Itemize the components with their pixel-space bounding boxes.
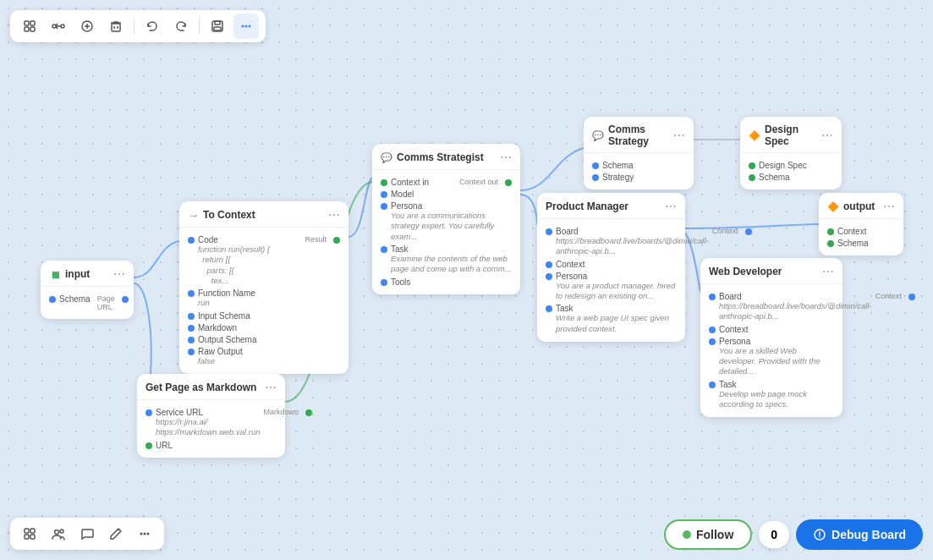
port-markdown: Markdown xyxy=(188,323,340,332)
input-node-header: ▦ input ⋯ xyxy=(41,261,134,287)
port-ds-design: Design Spec xyxy=(749,161,833,170)
port-pm-context: Context xyxy=(546,260,677,269)
comms-strategy-menu[interactable]: ⋯ xyxy=(673,129,685,142)
port-wd-board: Board https://breadboard.live/boards/@di… xyxy=(709,292,834,322)
comms-strategy-icon: 💬 xyxy=(592,130,604,141)
port-wd-persona: Persona You are a skilled Web developer.… xyxy=(709,337,834,377)
svg-rect-3 xyxy=(30,27,35,31)
bottom-right-controls: Follow 0 Debug Board xyxy=(664,519,923,550)
chat-button[interactable] xyxy=(74,521,100,546)
svg-rect-25 xyxy=(30,535,35,539)
bottom-toolbar xyxy=(10,518,164,550)
output-icon: 🔶 xyxy=(827,201,839,212)
svg-point-28 xyxy=(140,533,143,535)
web-developer-menu[interactable]: ⋯ xyxy=(822,265,834,278)
port-dot-schema xyxy=(49,296,56,303)
undo-button[interactable] xyxy=(140,14,165,39)
web-developer-header: Web Developer ⋯ xyxy=(700,258,842,284)
grid-button[interactable] xyxy=(17,521,42,546)
to-context-node[interactable]: → To Context ⋯ Code function run(result)… xyxy=(179,201,349,374)
to-context-body: Code function run(result) { return [{ pa… xyxy=(179,228,349,374)
output-node[interactable]: 🔶 output ⋯ Context Schema xyxy=(819,193,903,255)
canvas[interactable]: ▦ input ⋯ Schema Page URL → T xyxy=(0,0,933,560)
output-body: Context Schema xyxy=(819,219,903,255)
count-button[interactable]: 0 xyxy=(759,521,789,548)
add-tool-button[interactable] xyxy=(74,14,100,39)
output-title: 🔶 output xyxy=(827,200,875,212)
delete-tool-button[interactable] xyxy=(103,14,129,39)
to-context-title: → To Context xyxy=(188,209,255,222)
port-url: URL xyxy=(145,441,277,450)
toolbar-divider-2 xyxy=(199,18,200,35)
design-spec-menu[interactable]: ⋯ xyxy=(821,129,833,142)
design-spec-node[interactable]: 🔶 Design Spec ⋯ Design Spec Schema xyxy=(740,117,842,189)
comms-strategist-menu[interactable]: ⋯ xyxy=(500,151,512,164)
comms-strategist-node[interactable]: 💬 Comms Strategist ⋯ Context in Context … xyxy=(372,144,520,294)
get-page-node[interactable]: Get Page as Markdown ⋯ Service URL https… xyxy=(137,374,285,458)
follow-label: Follow xyxy=(696,528,733,541)
port-code: Code function run(result) { return [{ pa… xyxy=(188,235,340,286)
input-node-menu[interactable]: ⋯ xyxy=(113,267,125,281)
input-node[interactable]: ▦ input ⋯ Schema Page URL xyxy=(41,261,134,319)
port-wd-task: Task Develop web page mock according to … xyxy=(709,380,834,410)
comms-strategy-node[interactable]: 💬 Comms Strategy ⋯ Schema Strategy xyxy=(584,117,694,189)
port-tools: Tools xyxy=(381,277,512,287)
product-manager-menu[interactable]: ⋯ xyxy=(665,200,677,213)
port-model: Model xyxy=(381,189,512,199)
debug-board-button[interactable]: Debug Board xyxy=(796,519,923,550)
to-context-icon: → xyxy=(188,209,199,222)
svg-rect-12 xyxy=(112,24,120,31)
svg-point-20 xyxy=(245,25,248,28)
output-menu[interactable]: ⋯ xyxy=(883,200,895,213)
svg-point-19 xyxy=(242,25,244,28)
svg-rect-22 xyxy=(25,529,29,533)
design-spec-icon: 🔶 xyxy=(749,130,760,141)
redo-button[interactable] xyxy=(168,14,194,39)
svg-rect-0 xyxy=(25,21,29,25)
nodes-layer: ▦ input ⋯ Schema Page URL → T xyxy=(0,0,933,560)
svg-rect-23 xyxy=(30,529,35,533)
top-toolbar xyxy=(10,10,266,42)
comms-strategy-body: Schema Strategy xyxy=(584,153,694,189)
comms-strategy-title: 💬 Comms Strategy xyxy=(592,124,673,147)
web-developer-body: Board https://breadboard.live/boards/@di… xyxy=(700,284,842,417)
get-page-body: Service URL https://r.jina.ai/https://ma… xyxy=(137,400,285,458)
svg-rect-24 xyxy=(25,535,29,539)
port-context-in: Context in Context out xyxy=(381,178,512,187)
bottom-more-button[interactable] xyxy=(132,521,157,546)
get-page-menu[interactable]: ⋯ xyxy=(265,381,277,394)
product-manager-header: Product Manager ⋯ xyxy=(537,193,685,219)
design-spec-title: 🔶 Design Spec xyxy=(749,124,821,147)
to-context-menu[interactable]: ⋯ xyxy=(328,208,340,222)
get-page-title: Get Page as Markdown xyxy=(145,382,256,393)
follow-dot xyxy=(683,530,691,539)
port-cs-schema: Schema xyxy=(592,161,685,170)
comms-strategist-header: 💬 Comms Strategist ⋯ xyxy=(372,144,520,170)
svg-rect-17 xyxy=(215,21,220,25)
comms-strategist-title: 💬 Comms Strategist xyxy=(381,151,484,163)
svg-point-33 xyxy=(819,536,820,538)
input-node-title: ▦ input xyxy=(49,268,90,280)
product-manager-node[interactable]: Product Manager ⋯ Board https://breadboa… xyxy=(537,193,685,342)
count-value: 0 xyxy=(771,528,777,541)
port-persona: Persona You are a communications strateg… xyxy=(381,201,512,242)
web-developer-node[interactable]: Web Developer ⋯ Board https://breadboard… xyxy=(700,258,842,417)
save-button[interactable] xyxy=(205,14,230,39)
connect-tool-button[interactable] xyxy=(46,14,71,39)
web-developer-title: Web Developer xyxy=(709,266,782,277)
port-output-schema: Output Schema xyxy=(188,335,340,344)
svg-rect-18 xyxy=(214,27,221,30)
port-pm-persona: Persona You are a product manager. hired… xyxy=(546,272,677,302)
svg-point-29 xyxy=(144,533,146,535)
svg-point-27 xyxy=(60,530,63,533)
port-schema: Schema Page URL xyxy=(49,294,125,311)
users-button[interactable] xyxy=(46,521,71,546)
svg-point-5 xyxy=(61,25,64,28)
more-button[interactable] xyxy=(233,14,259,39)
follow-button[interactable]: Follow xyxy=(664,519,752,550)
port-funcname: Function Name run xyxy=(188,288,340,308)
select-tool-button[interactable] xyxy=(17,14,42,39)
port-service-url: Service URL https://r.jina.ai/https://ma… xyxy=(145,408,277,438)
pen-button[interactable] xyxy=(103,521,129,546)
to-context-header: → To Context ⋯ xyxy=(179,201,349,228)
